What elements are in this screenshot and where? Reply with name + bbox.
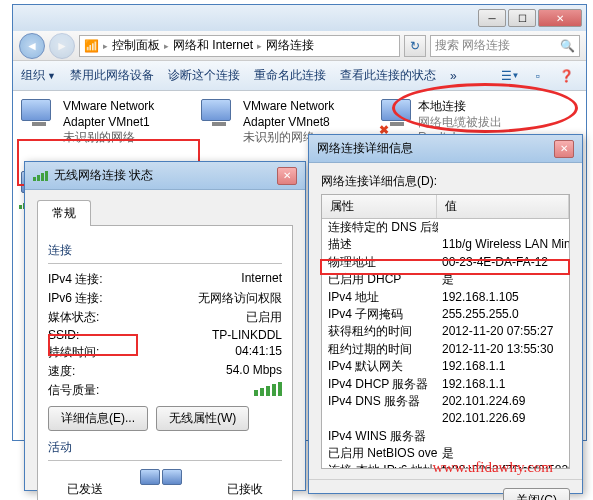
adapter-status: 未识别的网络 xyxy=(63,130,191,146)
quality-bars xyxy=(254,382,282,396)
adapter-icon xyxy=(21,99,57,135)
prop-value xyxy=(438,219,569,236)
address-bar[interactable]: 📶 ▸ 控制面板 ▸ 网络和 Internet ▸ 网络连接 xyxy=(79,35,400,57)
dialog-close-button[interactable]: ✕ xyxy=(277,167,297,185)
view-status-button[interactable]: 查看此连接的状态 xyxy=(340,67,436,84)
crumb-control-panel[interactable]: 控制面板 xyxy=(112,37,160,54)
toolbar: 组织 ▼ 禁用此网络设备 诊断这个连接 重命名此连接 查看此连接的状态 » ☰ … xyxy=(13,61,586,91)
prop-value: 202.101.224.69 xyxy=(438,393,569,410)
minimize-button[interactable]: ─ xyxy=(478,9,506,27)
prop-name: IPv4 DNS 服务器 xyxy=(322,393,438,410)
maximize-button[interactable]: ☐ xyxy=(508,9,536,27)
details-row[interactable]: 已启用 DHCP是 xyxy=(322,271,569,288)
crumb-network-internet[interactable]: 网络和 Internet xyxy=(173,37,253,54)
refresh-button[interactable]: ↻ xyxy=(404,35,426,57)
details-row[interactable]: IPv4 默认网关192.168.1.1 xyxy=(322,358,569,375)
details-row[interactable]: 获得租约的时间2012-11-20 07:55:27 xyxy=(322,323,569,340)
prop-value: 2012-11-20 13:55:30 xyxy=(438,341,569,358)
prop-name: 连接-本地 IPv6 地址 xyxy=(322,462,438,469)
details-row[interactable]: IPv4 DNS 服务器202.101.224.69 xyxy=(322,393,569,410)
adapter-status: 网络电缆被拔出 xyxy=(418,115,551,131)
prop-value: 00-23-4E-DA-FA-12 xyxy=(438,254,569,271)
back-button[interactable]: ◄ xyxy=(19,33,45,59)
prop-value: 255.255.255.0 xyxy=(438,306,569,323)
prop-name: IPv4 WINS 服务器 xyxy=(322,428,438,445)
prop-value: 是 xyxy=(438,271,569,288)
adapter-icon xyxy=(201,99,237,135)
search-input[interactable]: 搜索 网络连接 🔍 xyxy=(430,35,580,57)
details-list: 属性 值 连接特定的 DNS 后缀描述11b/g Wireless LAN Mi… xyxy=(321,194,570,469)
prop-value: 11b/g Wireless LAN Mini PCI Ex xyxy=(438,236,569,253)
prop-name: 已启用 NetBIOS ove... xyxy=(322,445,438,462)
prop-value: 192.168.1.1 xyxy=(438,358,569,375)
dialog-titlebar: 无线网络连接 状态 ✕ xyxy=(25,162,305,190)
dialog-titlebar: 网络连接详细信息 ✕ xyxy=(309,135,582,163)
prop-name xyxy=(322,410,438,427)
details-row[interactable]: 连接特定的 DNS 后缀 xyxy=(322,219,569,236)
crumb-network-connections[interactable]: 网络连接 xyxy=(266,37,314,54)
rename-button[interactable]: 重命名此连接 xyxy=(254,67,326,84)
prop-value: 192.168.1.105 xyxy=(438,289,569,306)
signal-icon xyxy=(33,171,48,181)
search-placeholder: 搜索 网络连接 xyxy=(435,37,510,54)
dialog-title-text: 无线网络连接 状态 xyxy=(54,167,153,184)
watermark: www.ufidawhy.com xyxy=(432,459,553,476)
close-button[interactable]: ✕ xyxy=(538,9,582,27)
forward-button[interactable]: ► xyxy=(49,33,75,59)
details-subtitle: 网络连接详细信息(D): xyxy=(321,173,570,190)
prop-name: 物理地址 xyxy=(322,254,438,271)
label-received: 已接收 xyxy=(227,481,263,498)
prop-name: 描述 xyxy=(322,236,438,253)
details-button[interactable]: 详细信息(E)... xyxy=(48,406,148,431)
details-row[interactable]: 物理地址00-23-4E-DA-FA-12 xyxy=(322,254,569,271)
prop-name: IPv4 默认网关 xyxy=(322,358,438,375)
prop-name: IPv4 地址 xyxy=(322,289,438,306)
prop-name: 连接特定的 DNS 后缀 xyxy=(322,219,438,236)
adapter-icon: ✖ xyxy=(381,99,412,135)
nav-bar: ◄ ► 📶 ▸ 控制面板 ▸ 网络和 Internet ▸ 网络连接 ↻ 搜索 … xyxy=(13,31,586,61)
prop-name: 租约过期的时间 xyxy=(322,341,438,358)
dialog-close-button[interactable]: ✕ xyxy=(554,140,574,158)
close-button[interactable]: 关闭(C) xyxy=(503,488,570,500)
search-icon: 🔍 xyxy=(560,39,575,53)
details-row[interactable]: IPv4 DHCP 服务器192.168.1.1 xyxy=(322,376,569,393)
prop-value: 2012-11-20 07:55:27 xyxy=(438,323,569,340)
activity-icon xyxy=(140,469,190,500)
col-value[interactable]: 值 xyxy=(437,195,569,218)
titlebar: ─ ☐ ✕ xyxy=(13,5,586,31)
prop-name: 已启用 DHCP xyxy=(322,271,438,288)
details-row[interactable]: 描述11b/g Wireless LAN Mini PCI Ex xyxy=(322,236,569,253)
prop-name: 获得租约的时间 xyxy=(322,323,438,340)
prop-value: 192.168.1.1 xyxy=(438,376,569,393)
col-property[interactable]: 属性 xyxy=(322,195,437,218)
network-icon: 📶 xyxy=(84,39,99,53)
organize-menu[interactable]: 组织 ▼ xyxy=(21,67,56,84)
details-row[interactable]: 租约过期的时间2012-11-20 13:55:30 xyxy=(322,341,569,358)
connection-details-dialog: 网络连接详细信息 ✕ 网络连接详细信息(D): 属性 值 连接特定的 DNS 后… xyxy=(308,134,583,494)
preview-pane-button[interactable]: ▫ xyxy=(526,66,550,86)
section-activity: 活动 xyxy=(48,439,282,456)
wifi-status-dialog: 无线网络连接 状态 ✕ 常规 连接 IPv4 连接:Internet IPv6 … xyxy=(24,161,306,491)
details-row[interactable]: IPv4 子网掩码255.255.255.0 xyxy=(322,306,569,323)
diagnose-button[interactable]: 诊断这个连接 xyxy=(168,67,240,84)
adapter-name: 本地连接 xyxy=(418,99,551,115)
details-row[interactable]: IPv4 WINS 服务器 xyxy=(322,428,569,445)
prop-value xyxy=(438,428,569,445)
help-button[interactable]: ❓ xyxy=(554,66,578,86)
toolbar-overflow[interactable]: » xyxy=(450,69,457,83)
wireless-props-button[interactable]: 无线属性(W) xyxy=(156,406,249,431)
details-row[interactable]: 202.101.226.69 xyxy=(322,410,569,427)
adapter-name: VMware Network Adapter VMnet8 xyxy=(243,99,371,130)
label-sent: 已发送 xyxy=(67,481,103,498)
prop-name: IPv4 子网掩码 xyxy=(322,306,438,323)
view-mode-button[interactable]: ☰ ▼ xyxy=(498,66,522,86)
adapter-vmnet1[interactable]: VMware Network Adapter VMnet1 未识别的网络 xyxy=(21,99,191,161)
disable-device-button[interactable]: 禁用此网络设备 xyxy=(70,67,154,84)
details-row[interactable]: IPv4 地址192.168.1.105 xyxy=(322,289,569,306)
dialog-title-text: 网络连接详细信息 xyxy=(317,140,413,157)
tab-general[interactable]: 常规 xyxy=(37,200,91,226)
section-connection: 连接 xyxy=(48,242,282,259)
prop-value: 202.101.226.69 xyxy=(438,410,569,427)
adapter-name: VMware Network Adapter VMnet1 xyxy=(63,99,191,130)
prop-name: IPv4 DHCP 服务器 xyxy=(322,376,438,393)
